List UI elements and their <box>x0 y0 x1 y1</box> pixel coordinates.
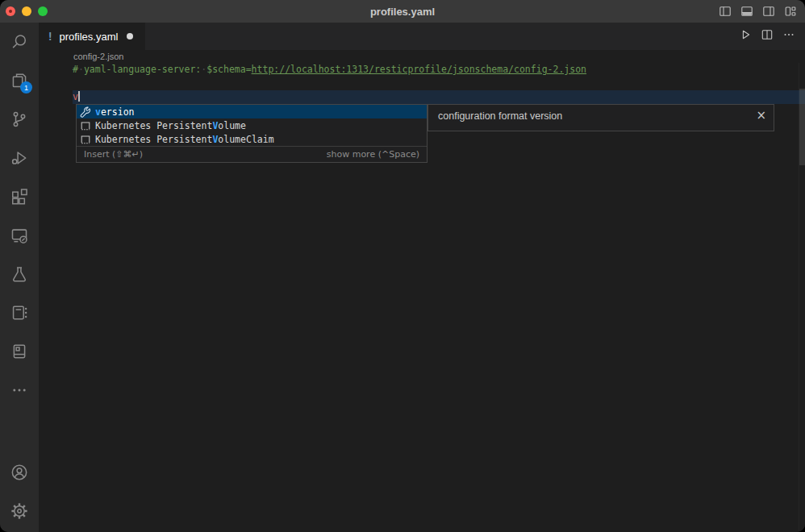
breadcrumb[interactable]: config-2.json <box>39 50 805 63</box>
activity-notebook[interactable] <box>0 293 39 332</box>
show-more-hint[interactable]: show more (^Space) <box>327 149 419 160</box>
traffic-lights <box>6 6 48 16</box>
activity-source-control[interactable] <box>0 100 39 139</box>
minimize-window-button[interactable] <box>22 6 31 16</box>
layout-sidebar-right-icon[interactable] <box>762 5 775 18</box>
editor[interactable]: #·yaml-language-server:·$schema=http://l… <box>39 63 805 532</box>
zoom-window-button[interactable] <box>38 6 48 16</box>
suggest-item-version[interactable]: version <box>77 105 427 118</box>
schema-url-link[interactable]: http://localhost:1313/resticprofile/json… <box>252 64 586 75</box>
activity-bar: 1 <box>0 23 39 532</box>
suggest-item-persistentvolume[interactable]: Kubernetes PersistentVolume <box>77 118 427 132</box>
yaml-file-icon: ! <box>47 30 53 43</box>
activity-search[interactable] <box>0 23 39 61</box>
suggest-details: configuration format version × <box>428 104 774 131</box>
close-window-button[interactable] <box>6 6 15 16</box>
settings-gear-icon[interactable] <box>0 492 39 530</box>
window-title: profiles.yaml <box>370 6 435 18</box>
activity-run-debug[interactable] <box>0 139 39 177</box>
activity-remote-explorer[interactable] <box>0 216 39 255</box>
layout-sidebar-left-icon[interactable] <box>719 5 732 18</box>
titlebar[interactable]: profiles.yaml <box>0 0 805 23</box>
run-button[interactable] <box>739 28 752 44</box>
account-icon[interactable] <box>0 453 39 492</box>
code-line-2 <box>73 77 805 90</box>
modified-indicator[interactable] <box>127 33 133 39</box>
close-icon[interactable]: × <box>756 110 766 122</box>
suggest-status-bar: Insert (⇧⌘↵) show more (^Space) <box>77 146 427 162</box>
more-actions-button[interactable] <box>782 28 795 44</box>
layout-panel-icon[interactable] <box>740 5 753 18</box>
activity-more[interactable] <box>0 371 39 409</box>
activity-explorer[interactable]: 1 <box>0 61 39 100</box>
activity-extensions[interactable] <box>0 177 39 216</box>
scrollbar[interactable] <box>799 89 805 165</box>
code-line-1: #·yaml-language-server:·$schema=http://l… <box>73 63 805 77</box>
insert-hint: Insert (⇧⌘↵) <box>84 149 143 160</box>
suggest-widget: version Kubernetes PersistentVolume Kube… <box>76 104 428 163</box>
activity-storage[interactable] <box>0 332 39 371</box>
customize-layout-icon[interactable] <box>784 5 797 18</box>
text-cursor <box>78 91 80 102</box>
code-line-current: v <box>73 90 805 104</box>
property-wrench-icon <box>79 106 92 118</box>
tab-bar: ! profiles.yaml <box>39 23 805 50</box>
vscode-window: profiles.yaml 1 <box>0 0 805 532</box>
activity-testing[interactable] <box>0 255 39 293</box>
split-editor-button[interactable] <box>761 28 774 44</box>
snippet-icon <box>79 133 92 146</box>
suggest-item-persistentvolumeclaim[interactable]: Kubernetes PersistentVolumeClaim <box>77 132 427 146</box>
tab-profiles-yaml[interactable]: ! profiles.yaml <box>39 23 145 50</box>
snippet-icon <box>79 119 92 132</box>
explorer-badge: 1 <box>20 81 32 94</box>
